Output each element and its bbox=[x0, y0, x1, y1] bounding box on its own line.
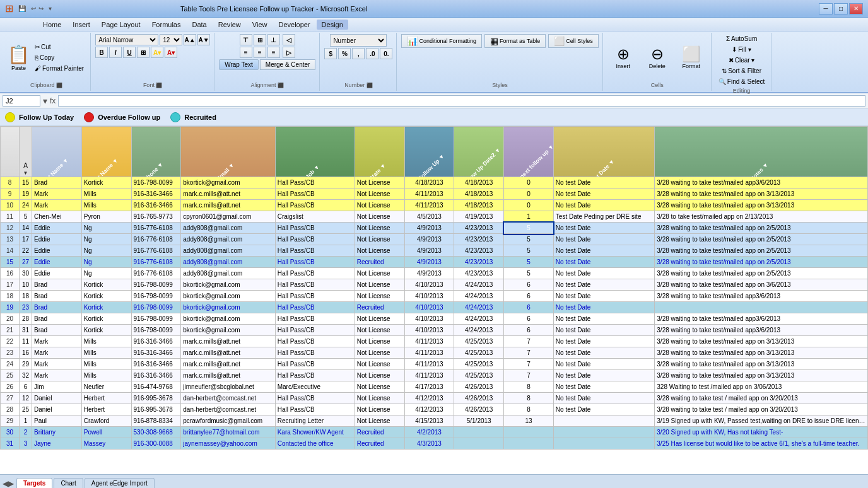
row-testdate[interactable]: No test Date bbox=[553, 325, 654, 336]
row-days[interactable]: 6 bbox=[504, 325, 554, 336]
row-testdate[interactable]: No test Date bbox=[553, 381, 654, 393]
dropdown-arrow[interactable]: ▾ bbox=[49, 5, 52, 12]
row-lastname[interactable]: Mills bbox=[81, 336, 131, 347]
cell-reference-input[interactable]: J2 bbox=[3, 95, 40, 107]
row-nextfollowup[interactable]: 5/1/2013 bbox=[454, 415, 504, 427]
row-nextfollowup[interactable] bbox=[454, 438, 504, 450]
row-lastname[interactable]: Ng bbox=[81, 245, 131, 257]
table-row[interactable]: 27 12 Daniel Herbert 916-995-3678 dan-he… bbox=[1, 393, 868, 404]
row-days[interactable]: 6 bbox=[504, 313, 554, 325]
format-button[interactable]: ⬜ Format bbox=[676, 42, 707, 73]
row-nextfollowup[interactable]: 4/26/2013 bbox=[454, 381, 504, 393]
row-nextfollowup[interactable]: 4/25/2013 bbox=[454, 359, 504, 370]
row-lastname[interactable]: Mills bbox=[81, 359, 131, 370]
row-phone[interactable]: 916-316-3466 bbox=[131, 200, 181, 211]
row-phone[interactable]: 916-878-8334 bbox=[131, 415, 181, 427]
row-email[interactable]: bkortick@gmail.com bbox=[181, 325, 275, 336]
row-testdate[interactable]: No test Date bbox=[553, 268, 654, 279]
row-testdate[interactable]: No test Date bbox=[553, 370, 654, 381]
sheet-tab-targets[interactable]: Targets bbox=[16, 478, 52, 488]
row-lastfollowup[interactable]: 4/9/2013 bbox=[404, 234, 454, 245]
row-email[interactable]: addy808@gmail.com bbox=[181, 245, 275, 257]
table-row[interactable]: 11 5 Chen-Mei Pyron 916-765-9773 cpyron0… bbox=[1, 211, 868, 223]
formula-input[interactable]: =IF(Table1[[#This Row],[Next Follow Up D… bbox=[58, 95, 865, 107]
row-state[interactable]: Recruited bbox=[355, 427, 404, 438]
row-days[interactable]: 8 bbox=[504, 381, 554, 393]
row-state[interactable]: Not License bbox=[355, 404, 404, 415]
row-lastname[interactable]: Massey bbox=[81, 438, 131, 450]
row-testdate[interactable]: Test Date Peding per DRE site bbox=[553, 211, 654, 223]
italic-button[interactable]: I bbox=[109, 47, 122, 58]
row-state[interactable]: Not License bbox=[355, 347, 404, 359]
row-job[interactable]: Hall Pass/CB bbox=[275, 291, 355, 302]
row-notes[interactable]: 3/28 waiting to take test/mailed app on … bbox=[655, 223, 868, 234]
row-lastfollowup[interactable]: 4/10/2013 bbox=[404, 325, 454, 336]
row-testdate[interactable]: No test Date bbox=[553, 177, 654, 189]
align-right-button[interactable]: ≡ bbox=[267, 47, 280, 58]
increase-decimal-button[interactable]: .0 bbox=[366, 48, 378, 59]
row-nextfollowup[interactable]: 4/18/2013 bbox=[454, 200, 504, 211]
find-select-button[interactable]: 🔍Find & Select bbox=[716, 77, 767, 86]
row-nextfollowup[interactable]: 4/25/2013 bbox=[454, 347, 504, 359]
number-format-select[interactable]: Number bbox=[330, 34, 387, 47]
row-state[interactable]: Not License bbox=[355, 370, 404, 381]
row-firstname[interactable]: Mark bbox=[32, 359, 82, 370]
row-job[interactable]: Hall Pass/CB bbox=[275, 268, 355, 279]
row-firstname[interactable]: Mark bbox=[32, 370, 82, 381]
row-firstname[interactable]: Eddie bbox=[32, 268, 82, 279]
row-job[interactable]: Hall Pass/CB bbox=[275, 302, 355, 313]
row-testdate[interactable]: No test Date bbox=[553, 302, 654, 313]
row-nextfollowup[interactable] bbox=[454, 427, 504, 438]
row-state[interactable]: Not License bbox=[355, 268, 404, 279]
row-nextfollowup[interactable]: 4/19/2013 bbox=[454, 211, 504, 223]
delete-button[interactable]: ⊖ Delete bbox=[642, 42, 673, 73]
row-lastfollowup[interactable]: 4/12/2013 bbox=[404, 393, 454, 404]
row-days[interactable]: 7 bbox=[504, 336, 554, 347]
table-row[interactable]: 23 16 Mark Mills 916-316-3466 mark.c.mil… bbox=[1, 347, 868, 359]
row-firstname[interactable]: Eddie bbox=[32, 257, 82, 268]
sheet-tab-chart[interactable]: Chart bbox=[54, 478, 83, 488]
row-lastname[interactable]: Kortick bbox=[81, 177, 131, 189]
row-email[interactable]: mark.c.mills@att.net bbox=[181, 370, 275, 381]
row-lastfollowup[interactable]: 4/9/2013 bbox=[404, 223, 454, 234]
paste-button[interactable]: 📋 Paste bbox=[6, 43, 31, 73]
row-email[interactable]: mark.c.mills@att.net bbox=[181, 200, 275, 211]
font-color-button[interactable]: A▾ bbox=[165, 47, 177, 58]
expand-formula-button[interactable]: ▾ bbox=[43, 96, 47, 106]
conditional-formatting-button[interactable]: 📊Conditional Formatting bbox=[401, 34, 482, 48]
row-testdate[interactable]: No test Date bbox=[553, 404, 654, 415]
row-job[interactable]: Craigslist bbox=[275, 211, 355, 223]
row-state[interactable]: Recruited bbox=[355, 257, 404, 268]
menu-formulas[interactable]: Formulas bbox=[147, 20, 186, 30]
row-state[interactable]: Not License bbox=[355, 211, 404, 223]
row-days[interactable]: 5 bbox=[504, 268, 554, 279]
row-testdate[interactable]: No test Date bbox=[553, 291, 654, 302]
row-lastname[interactable]: Crawford bbox=[81, 415, 131, 427]
align-middle-button[interactable]: ⊞ bbox=[254, 34, 266, 45]
table-row[interactable]: 31 3 Jayne Massey 916-300-0088 jaynemass… bbox=[1, 438, 868, 450]
row-nextfollowup[interactable]: 4/26/2013 bbox=[454, 393, 504, 404]
row-state[interactable]: Not License bbox=[355, 336, 404, 347]
row-job[interactable]: Hall Pass/CB bbox=[275, 313, 355, 325]
row-email[interactable]: mark.c.mills@att.net bbox=[181, 189, 275, 200]
table-row[interactable]: 19 23 Brad Kortick 916-798-0099 bkortick… bbox=[1, 302, 868, 313]
row-job[interactable]: Hall Pass/CB bbox=[275, 257, 355, 268]
row-firstname[interactable]: Mark bbox=[32, 200, 82, 211]
minimize-button[interactable]: ─ bbox=[819, 3, 833, 15]
quick-save[interactable]: 💾 bbox=[18, 5, 26, 12]
row-notes[interactable]: 3/28 waiting to take test/mailed app3/6/… bbox=[655, 325, 868, 336]
border-button[interactable]: ⊞ bbox=[137, 47, 150, 58]
row-phone[interactable]: 916-765-9773 bbox=[131, 211, 181, 223]
decrease-font-button[interactable]: A▼ bbox=[197, 34, 210, 45]
row-phone[interactable]: 916-776-6108 bbox=[131, 257, 181, 268]
row-nextfollowup[interactable]: 4/18/2013 bbox=[454, 177, 504, 189]
row-email[interactable]: cpyron0601@gmail.com bbox=[181, 211, 275, 223]
menu-home[interactable]: Home bbox=[38, 20, 66, 30]
row-notes[interactable]: 3/28 waiting to take test/mailed app on … bbox=[655, 257, 868, 268]
row-phone[interactable]: 916-316-3466 bbox=[131, 359, 181, 370]
row-days[interactable]: 8 bbox=[504, 393, 554, 404]
table-row[interactable]: 17 10 Brad Kortick 916-798-0099 bkortick… bbox=[1, 279, 868, 291]
table-row[interactable]: 18 18 Brad Kortick 916-798-0099 bkortick… bbox=[1, 291, 868, 302]
table-row[interactable]: 15 27 Eddie Ng 916-776-6108 addy808@gmai… bbox=[1, 257, 868, 268]
row-days[interactable]: 7 bbox=[504, 370, 554, 381]
